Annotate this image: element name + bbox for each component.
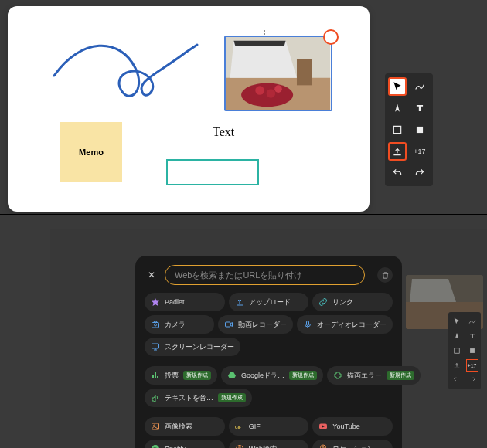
attachment-modal: ✕ Padletアップロードリンク カメラ動画レコーダーオーディオレコーダー ス… bbox=[135, 256, 402, 448]
search-input[interactable] bbox=[165, 265, 365, 285]
sticky-note[interactable]: Memo bbox=[60, 122, 122, 182]
modal-header: ✕ bbox=[145, 265, 393, 285]
bottom-panel: +17 ✕ Padletアップロードリンク カメラ動画レコーダーオーディオレコー… bbox=[0, 214, 487, 448]
rotate-handle[interactable] bbox=[323, 29, 339, 45]
svg-rect-8 bbox=[297, 59, 312, 86]
shape-tool-small[interactable] bbox=[451, 344, 463, 357]
text-tool[interactable] bbox=[410, 99, 429, 117]
option-label: 投票 bbox=[165, 371, 179, 381]
more-tools-badge-small[interactable]: +17 bbox=[466, 359, 478, 372]
separator bbox=[145, 361, 393, 361]
screen-icon bbox=[151, 342, 160, 351]
svg-point-6 bbox=[267, 89, 276, 98]
image-icon bbox=[151, 422, 160, 431]
camera-icon bbox=[151, 320, 160, 329]
svg-point-15 bbox=[155, 324, 157, 326]
canvas[interactable]: Memo Text ⋮ bbox=[8, 6, 370, 212]
option-label: Googleドラ… bbox=[241, 371, 284, 381]
text-tool-small[interactable] bbox=[466, 330, 478, 342]
svg-rect-16 bbox=[226, 322, 231, 327]
draw-tool[interactable] bbox=[410, 77, 429, 96]
fill-tool-small[interactable] bbox=[466, 344, 478, 357]
option-audio[interactable]: オーディオレコーダー bbox=[297, 315, 393, 334]
upload-tool[interactable] bbox=[388, 142, 407, 161]
option-screen[interactable]: スクリーンレコーダー bbox=[145, 338, 240, 356]
svg-rect-21 bbox=[157, 376, 158, 378]
option-label: 描画エラー bbox=[347, 371, 382, 381]
option-label: テキストを音… bbox=[165, 393, 213, 403]
redo-small[interactable] bbox=[466, 374, 478, 386]
draw-tool-small[interactable] bbox=[466, 315, 478, 328]
option-label: カメラ bbox=[165, 320, 186, 330]
search-row bbox=[165, 265, 365, 285]
option-label: Padlet bbox=[165, 298, 185, 306]
undo-button[interactable] bbox=[388, 164, 407, 182]
compass-tool[interactable] bbox=[388, 99, 407, 117]
option-label: リンク bbox=[332, 297, 353, 307]
option-padlet[interactable]: Padlet bbox=[145, 293, 225, 311]
option-puzzle[interactable]: 描画エラー新規作成 bbox=[327, 366, 421, 385]
option-link[interactable]: リンク bbox=[312, 293, 393, 311]
option-web[interactable]: Web検索 bbox=[229, 440, 309, 448]
padlet-icon bbox=[151, 297, 160, 307]
svg-point-5 bbox=[255, 86, 264, 95]
option-label: 画像検索 bbox=[165, 422, 192, 432]
undo-small[interactable] bbox=[451, 374, 463, 386]
option-label: ロケーション bbox=[332, 444, 374, 449]
cursor-tool[interactable] bbox=[388, 77, 407, 96]
upload-tool-small[interactable] bbox=[451, 359, 463, 372]
new-badge: 新規作成 bbox=[218, 393, 246, 402]
text-element[interactable]: Text bbox=[213, 125, 234, 139]
options-grid: Padletアップロードリンク bbox=[145, 293, 393, 311]
svg-marker-2 bbox=[230, 41, 297, 78]
option-t2s[interactable]: テキストを音…新規作成 bbox=[145, 389, 252, 407]
option-poll[interactable]: 投票新規作成 bbox=[145, 366, 217, 385]
svg-rect-20 bbox=[155, 372, 156, 378]
image-element[interactable] bbox=[224, 36, 332, 111]
upload-icon bbox=[235, 297, 244, 307]
t2s-icon bbox=[151, 393, 160, 402]
svg-rect-13 bbox=[470, 348, 475, 353]
option-upload[interactable]: アップロード bbox=[229, 293, 309, 311]
option-image[interactable]: 画像検索 bbox=[145, 417, 225, 436]
shape-tool[interactable] bbox=[388, 120, 407, 139]
gif-icon: GIF bbox=[235, 422, 244, 431]
option-label: Web検索 bbox=[249, 444, 277, 449]
svg-point-7 bbox=[274, 85, 282, 93]
photo-thumbnail bbox=[226, 37, 331, 110]
svg-marker-3 bbox=[233, 41, 285, 46]
option-label: Spotify bbox=[165, 445, 186, 448]
option-gdrive[interactable]: Googleドラ…新規作成 bbox=[221, 366, 323, 385]
option-video[interactable]: 動画レコーダー bbox=[218, 315, 293, 334]
option-label: オーディオレコーダー bbox=[317, 320, 387, 330]
audio-icon bbox=[303, 320, 312, 329]
location-icon bbox=[318, 444, 328, 448]
option-label: スクリーンレコーダー bbox=[165, 342, 234, 352]
close-icon[interactable]: ✕ bbox=[145, 268, 158, 282]
compass-tool-small[interactable] bbox=[451, 330, 463, 342]
fill-tool[interactable] bbox=[410, 120, 429, 139]
option-youtube[interactable]: YouTube bbox=[312, 417, 393, 436]
more-tools-badge[interactable]: +17 bbox=[410, 142, 429, 161]
freehand-scribble bbox=[50, 33, 205, 110]
option-spotify[interactable]: Spotify bbox=[145, 440, 225, 448]
svg-text:GIF: GIF bbox=[235, 426, 241, 429]
option-location[interactable]: ロケーション bbox=[312, 440, 393, 448]
youtube-icon bbox=[318, 422, 328, 431]
separator bbox=[145, 412, 393, 412]
text-input-box[interactable] bbox=[166, 159, 259, 185]
new-badge: 新規作成 bbox=[387, 371, 414, 380]
option-gif[interactable]: GIFGIF bbox=[229, 417, 309, 436]
redo-button[interactable] bbox=[410, 164, 429, 182]
bottom-canvas-dimmed: +17 ✕ Padletアップロードリンク カメラ動画レコーダーオーディオレコー… bbox=[50, 229, 487, 448]
trash-icon[interactable] bbox=[377, 267, 393, 283]
top-panel: Memo Text ⋮ +17 bbox=[0, 0, 487, 214]
svg-rect-19 bbox=[152, 375, 154, 378]
option-camera[interactable]: カメラ bbox=[145, 315, 214, 334]
spotify-icon bbox=[151, 444, 160, 448]
poll-icon bbox=[151, 371, 160, 380]
cursor-tool-small[interactable] bbox=[451, 315, 463, 328]
link-icon bbox=[318, 297, 328, 307]
svg-rect-18 bbox=[152, 344, 159, 348]
option-label: GIF bbox=[249, 423, 261, 430]
